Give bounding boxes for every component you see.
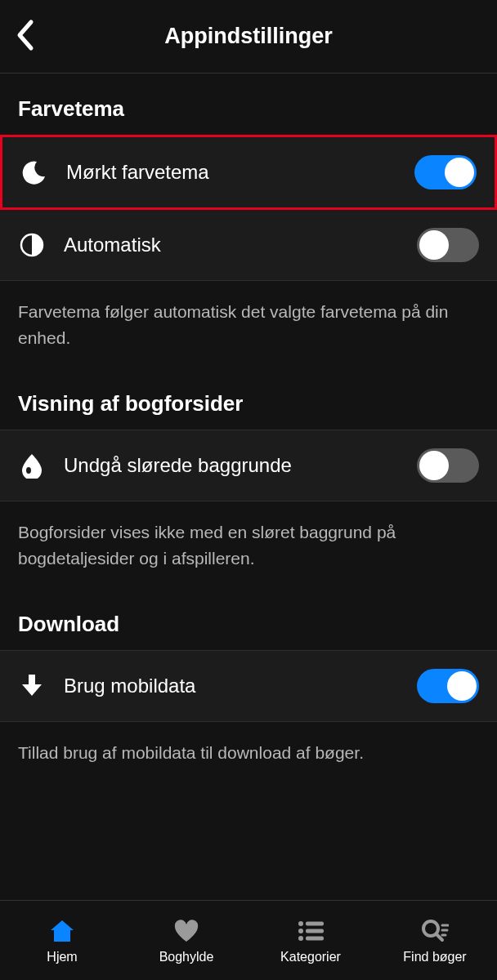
svg-point-6 [298,936,303,941]
dark-theme-label: Mørkt farvetema [66,161,396,184]
contrast-icon [18,231,46,259]
heart-icon [172,917,200,945]
header: Appindstillinger [0,0,497,74]
back-button[interactable] [15,19,34,55]
automatic-theme-label: Automatisk [64,234,399,256]
svg-rect-7 [306,936,324,940]
download-icon [18,672,46,700]
svg-point-2 [298,921,303,926]
content: Farvetema Mørkt farvetema Automatisk Far… [0,74,497,900]
search-icon [421,917,449,945]
tab-home[interactable]: Hjem [0,901,124,980]
svg-rect-5 [306,929,324,933]
page-title: Appindstillinger [164,24,333,49]
automatic-theme-toggle[interactable] [417,228,479,262]
moon-icon [20,158,48,186]
tab-shelf[interactable]: Boghylde [124,901,248,980]
tab-find-label: Find bøger [403,950,466,964]
svg-point-1 [26,467,31,474]
section-title-download: Download [0,589,497,650]
section-title-covers: Visning af bogforsider [0,368,497,430]
use-mobile-data-row[interactable]: Brug mobildata [0,650,497,722]
chevron-left-icon [15,19,34,51]
avoid-blur-row[interactable]: Undgå slørede baggrunde [0,430,497,501]
dark-theme-toggle[interactable] [414,155,477,189]
dark-theme-row[interactable]: Mørkt farvetema [0,135,497,210]
list-icon [297,917,325,945]
tabbar: Hjem Boghylde Kategorier Find bøger [0,900,497,980]
use-mobile-data-toggle[interactable] [417,669,479,703]
tab-home-label: Hjem [47,950,77,964]
tab-categories[interactable]: Kategorier [248,901,373,980]
svg-point-4 [298,929,303,933]
download-description: Tillad brug af mobildata til download af… [0,722,497,784]
tab-shelf-label: Boghylde [159,950,214,964]
use-mobile-data-label: Brug mobildata [64,675,399,697]
theme-description: Farvetema følger automatisk det valgte f… [0,281,497,368]
home-icon [48,917,76,945]
section-title-theme: Farvetema [0,74,497,135]
tab-categories-label: Kategorier [280,950,341,964]
avoid-blur-toggle[interactable] [417,448,479,483]
droplet-icon [18,452,46,479]
tab-find[interactable]: Find bøger [373,901,497,980]
automatic-theme-row[interactable]: Automatisk [0,210,497,281]
avoid-blur-label: Undgå slørede baggrunde [64,454,399,477]
svg-rect-3 [306,921,324,925]
covers-description: Bogforsider vises ikke med en sløret bag… [0,501,497,589]
